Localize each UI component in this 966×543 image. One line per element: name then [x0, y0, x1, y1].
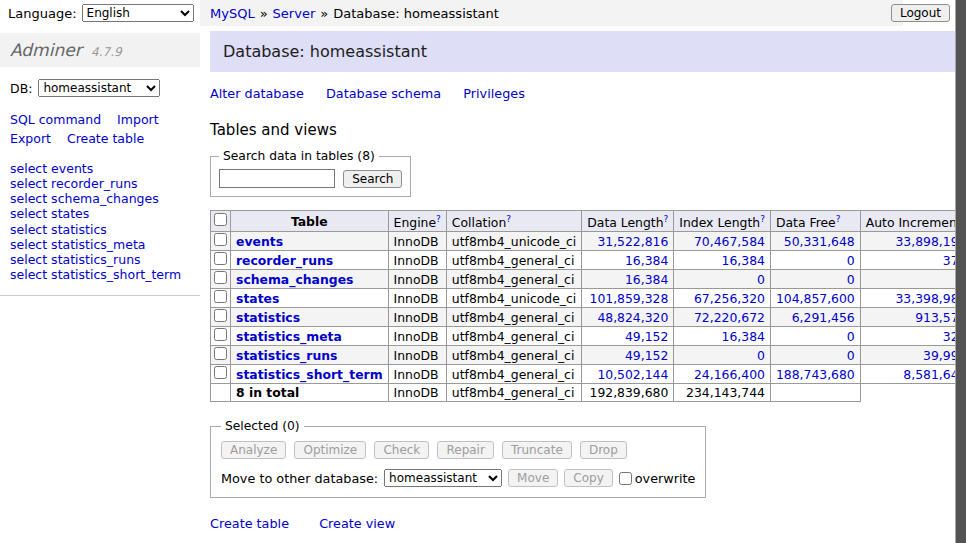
data-free-link[interactable]: 0 — [847, 348, 855, 363]
move-database-select[interactable]: homeassistant — [384, 469, 502, 487]
sidebar-item-select-schema-changes[interactable]: select schema_changes — [10, 191, 190, 206]
engine-cell: InnoDB — [388, 365, 446, 384]
db-select[interactable]: homeassistant — [38, 79, 160, 97]
move-label: Move to other database: — [221, 471, 378, 486]
sidebar-link-import[interactable]: Import — [117, 112, 159, 127]
sidebar-item-select-statistics-runs[interactable]: select statistics_runs — [10, 252, 190, 267]
index-length-link[interactable]: 72,220,672 — [694, 310, 765, 325]
data-free-link[interactable]: 0 — [847, 253, 855, 268]
help-link[interactable]: ? — [506, 214, 511, 224]
table-row: recorder_runs InnoDB utf8mb4_general_ci … — [211, 251, 966, 270]
drop-button[interactable]: Drop — [580, 441, 627, 459]
sidebar-table-list: select events select recorder_runs selec… — [0, 149, 200, 296]
data-length-link[interactable]: 48,824,320 — [597, 310, 668, 325]
row-checkbox[interactable] — [214, 328, 227, 341]
scrollbar-thumb[interactable] — [955, 0, 966, 543]
copy-button[interactable]: Copy — [564, 469, 612, 487]
selected-actions: Analyze Optimize Check Repair Truncate D… — [221, 441, 695, 459]
col-header-collation: Collation? — [446, 211, 581, 232]
help-link[interactable]: ? — [760, 214, 765, 224]
vertical-scrollbar[interactable] — [955, 0, 966, 543]
table-link[interactable]: statistics — [236, 310, 300, 325]
data-length-link[interactable]: 49,152 — [625, 348, 668, 363]
sidebar-item-select-events[interactable]: select events — [10, 161, 190, 176]
collation-cell: utf8mb4_general_ci — [446, 251, 581, 270]
sidebar-actions: SQL command Import Export Create table — [0, 97, 200, 149]
index-length-link[interactable]: 0 — [757, 348, 765, 363]
row-checkbox[interactable] — [214, 366, 227, 379]
table-row: statistics_runs InnoDB utf8mb4_general_c… — [211, 346, 966, 365]
select-all-checkbox[interactable] — [214, 213, 227, 226]
index-length-link[interactable]: 0 — [757, 272, 765, 287]
breadcrumb-mysql-link[interactable]: MySQL — [210, 6, 255, 21]
selected-fieldset: Selected (0) Analyze Optimize Check Repa… — [210, 419, 706, 498]
data-free-link[interactable]: 188,743,680 — [776, 367, 855, 382]
data-length-link[interactable]: 16,384 — [625, 253, 668, 268]
data-free-link[interactable]: 50,331,648 — [784, 234, 855, 249]
data-free-link[interactable]: 6,291,456 — [792, 310, 855, 325]
help-link[interactable]: ? — [436, 214, 441, 224]
row-checkbox[interactable] — [214, 233, 227, 246]
optimize-button[interactable]: Optimize — [294, 441, 366, 459]
row-checkbox[interactable] — [214, 252, 227, 265]
tables-overview-table: Table Engine? Collation? Data Length? In… — [210, 210, 966, 402]
table-link[interactable]: states — [236, 291, 279, 306]
data-length-link[interactable]: 31,522,816 — [597, 234, 668, 249]
main-content: Database: homeassistant Alter database D… — [200, 26, 966, 543]
language-select[interactable]: English — [82, 4, 194, 22]
table-link[interactable]: statistics_runs — [236, 348, 337, 363]
breadcrumb-server-link[interactable]: Server — [273, 6, 316, 21]
sidebar-link-create-table[interactable]: Create table — [67, 131, 144, 146]
table-link[interactable]: recorder_runs — [236, 253, 333, 268]
row-checkbox[interactable] — [214, 271, 227, 284]
index-length-link[interactable]: 67,256,320 — [694, 291, 765, 306]
sidebar-item-select-statistics-meta[interactable]: select statistics_meta — [10, 237, 190, 252]
data-length-link[interactable]: 10,502,144 — [597, 367, 668, 382]
check-button[interactable]: Check — [374, 441, 429, 459]
index-length-link[interactable]: 16,384 — [722, 253, 765, 268]
app-name: Adminer — [10, 40, 82, 60]
index-length-link[interactable]: 24,166,400 — [694, 367, 765, 382]
data-free-link[interactable]: 0 — [847, 272, 855, 287]
sidebar-item-select-recorder-runs[interactable]: select recorder_runs — [10, 176, 190, 191]
privileges-link[interactable]: Privileges — [463, 86, 525, 101]
sidebar-item-select-statistics-short-term[interactable]: select statistics_short_term — [10, 267, 190, 282]
table-link[interactable]: statistics_short_term — [236, 367, 383, 382]
table-link[interactable]: statistics_meta — [236, 329, 342, 344]
sidebar-link-sql-command[interactable]: SQL command — [10, 112, 101, 127]
truncate-button[interactable]: Truncate — [502, 441, 572, 459]
database-schema-link[interactable]: Database schema — [326, 86, 441, 101]
sidebar-item-select-statistics[interactable]: select statistics — [10, 222, 190, 237]
create-view-link[interactable]: Create view — [319, 516, 395, 531]
row-checkbox[interactable] — [214, 347, 227, 360]
table-link[interactable]: schema_changes — [236, 272, 353, 287]
table-link[interactable]: events — [236, 234, 283, 249]
data-length-link[interactable]: 49,152 — [625, 329, 668, 344]
search-input[interactable] — [219, 169, 335, 188]
index-length-link[interactable]: 16,384 — [722, 329, 765, 344]
create-table-link[interactable]: Create table — [210, 516, 289, 531]
data-free-link[interactable]: 104,857,600 — [776, 291, 855, 306]
table-total-row: 8 in total InnoDB utf8mb4_general_ci 192… — [211, 384, 966, 402]
row-checkbox[interactable] — [214, 290, 227, 303]
alter-database-link[interactable]: Alter database — [210, 86, 304, 101]
analyze-button[interactable]: Analyze — [221, 441, 286, 459]
move-button[interactable]: Move — [508, 469, 558, 487]
table-row: statistics_meta InnoDB utf8mb4_general_c… — [211, 327, 966, 346]
row-checkbox[interactable] — [214, 309, 227, 322]
db-label: DB: — [10, 81, 32, 96]
breadcrumb: MySQL » Server » Database: homeassistant — [200, 0, 903, 26]
search-button[interactable]: Search — [343, 170, 402, 188]
sidebar-item-select-states[interactable]: select states — [10, 206, 190, 221]
data-length-link[interactable]: 16,384 — [625, 272, 668, 287]
help-link[interactable]: ? — [836, 214, 841, 224]
help-link[interactable]: ? — [664, 214, 669, 224]
index-length-link[interactable]: 70,467,584 — [694, 234, 765, 249]
data-length-link[interactable]: 101,859,328 — [590, 291, 669, 306]
logout-button[interactable]: Logout — [891, 4, 950, 22]
overwrite-checkbox[interactable] — [619, 472, 632, 485]
create-links: Create table Create view — [210, 516, 966, 531]
data-free-link[interactable]: 0 — [847, 329, 855, 344]
sidebar-link-export[interactable]: Export — [10, 131, 51, 146]
repair-button[interactable]: Repair — [437, 441, 493, 459]
